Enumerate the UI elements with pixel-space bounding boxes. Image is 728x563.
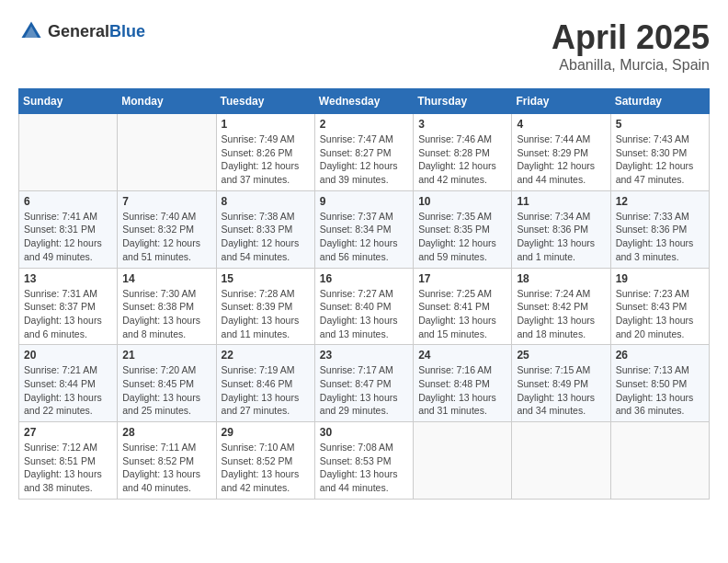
calendar-day-cell: 7Sunrise: 7:40 AM Sunset: 8:32 PM Daylig… bbox=[118, 190, 216, 268]
calendar-day-cell: 6Sunrise: 7:41 AM Sunset: 8:31 PM Daylig… bbox=[19, 190, 118, 268]
day-number: 30 bbox=[320, 426, 408, 439]
day-info: Sunrise: 7:20 AM Sunset: 8:45 PM Dayligh… bbox=[122, 363, 210, 418]
day-info: Sunrise: 7:19 AM Sunset: 8:46 PM Dayligh… bbox=[222, 363, 310, 418]
calendar-day-cell: 5Sunrise: 7:43 AM Sunset: 8:30 PM Daylig… bbox=[610, 114, 709, 191]
logo-icon bbox=[18, 18, 44, 44]
calendar-day-cell: 4Sunrise: 7:44 AM Sunset: 8:29 PM Daylig… bbox=[512, 114, 610, 191]
day-number: 6 bbox=[24, 195, 112, 208]
calendar-day-header: Tuesday bbox=[216, 89, 314, 114]
day-info: Sunrise: 7:44 AM Sunset: 8:29 PM Dayligh… bbox=[517, 132, 605, 187]
day-number: 5 bbox=[616, 118, 704, 131]
day-number: 15 bbox=[222, 272, 310, 285]
calendar-day-cell: 9Sunrise: 7:37 AM Sunset: 8:34 PM Daylig… bbox=[314, 190, 413, 268]
day-number: 17 bbox=[418, 272, 506, 285]
logo: GeneralBlue bbox=[18, 18, 145, 44]
day-info: Sunrise: 7:38 AM Sunset: 8:33 PM Dayligh… bbox=[222, 210, 310, 264]
day-info: Sunrise: 7:08 AM Sunset: 8:53 PM Dayligh… bbox=[320, 441, 408, 495]
calendar-day-cell: 21Sunrise: 7:20 AM Sunset: 8:45 PM Dayli… bbox=[118, 345, 216, 422]
day-number: 11 bbox=[517, 195, 605, 208]
day-info: Sunrise: 7:41 AM Sunset: 8:31 PM Dayligh… bbox=[24, 210, 112, 264]
calendar-day-cell: 8Sunrise: 7:38 AM Sunset: 8:33 PM Daylig… bbox=[216, 190, 314, 268]
day-info: Sunrise: 7:37 AM Sunset: 8:34 PM Dayligh… bbox=[320, 210, 408, 264]
day-number: 27 bbox=[24, 426, 112, 439]
logo-general: General bbox=[48, 22, 109, 40]
location-title: Abanilla, Murcia, Spain bbox=[552, 57, 710, 74]
calendar-day-cell bbox=[610, 422, 709, 500]
calendar-day-cell: 16Sunrise: 7:27 AM Sunset: 8:40 PM Dayli… bbox=[314, 268, 413, 345]
day-number: 3 bbox=[418, 118, 506, 131]
day-info: Sunrise: 7:31 AM Sunset: 8:37 PM Dayligh… bbox=[24, 287, 112, 341]
day-info: Sunrise: 7:10 AM Sunset: 8:52 PM Dayligh… bbox=[222, 441, 310, 495]
day-info: Sunrise: 7:15 AM Sunset: 8:49 PM Dayligh… bbox=[517, 363, 605, 418]
day-number: 29 bbox=[222, 426, 310, 439]
day-info: Sunrise: 7:23 AM Sunset: 8:43 PM Dayligh… bbox=[616, 287, 704, 341]
calendar-body: 1Sunrise: 7:49 AM Sunset: 8:26 PM Daylig… bbox=[19, 114, 710, 500]
day-info: Sunrise: 7:25 AM Sunset: 8:41 PM Dayligh… bbox=[418, 287, 506, 341]
day-info: Sunrise: 7:24 AM Sunset: 8:42 PM Dayligh… bbox=[517, 287, 605, 341]
calendar-day-cell bbox=[118, 114, 216, 191]
calendar-day-cell: 25Sunrise: 7:15 AM Sunset: 8:49 PM Dayli… bbox=[512, 345, 610, 422]
calendar-day-cell bbox=[414, 422, 512, 500]
calendar-day-cell: 28Sunrise: 7:11 AM Sunset: 8:52 PM Dayli… bbox=[118, 422, 216, 500]
calendar-day-cell bbox=[19, 114, 118, 191]
calendar-day-cell bbox=[512, 422, 610, 500]
calendar-day-cell: 17Sunrise: 7:25 AM Sunset: 8:41 PM Dayli… bbox=[414, 268, 512, 345]
calendar-day-header: Saturday bbox=[610, 89, 709, 114]
day-number: 26 bbox=[616, 349, 704, 362]
calendar-day-cell: 29Sunrise: 7:10 AM Sunset: 8:52 PM Dayli… bbox=[216, 422, 314, 500]
calendar-day-cell: 30Sunrise: 7:08 AM Sunset: 8:53 PM Dayli… bbox=[314, 422, 413, 500]
day-info: Sunrise: 7:21 AM Sunset: 8:44 PM Dayligh… bbox=[24, 363, 112, 418]
day-info: Sunrise: 7:47 AM Sunset: 8:27 PM Dayligh… bbox=[320, 132, 408, 187]
calendar-day-cell: 2Sunrise: 7:47 AM Sunset: 8:27 PM Daylig… bbox=[314, 114, 413, 191]
day-info: Sunrise: 7:30 AM Sunset: 8:38 PM Dayligh… bbox=[122, 287, 210, 341]
logo-blue: Blue bbox=[109, 22, 145, 40]
calendar-week-row: 27Sunrise: 7:12 AM Sunset: 8:51 PM Dayli… bbox=[19, 422, 710, 500]
calendar-day-header: Friday bbox=[512, 89, 610, 114]
day-number: 23 bbox=[320, 349, 408, 362]
month-title: April 2025 bbox=[552, 18, 710, 57]
day-info: Sunrise: 7:12 AM Sunset: 8:51 PM Dayligh… bbox=[24, 441, 112, 495]
calendar-day-cell: 19Sunrise: 7:23 AM Sunset: 8:43 PM Dayli… bbox=[610, 268, 709, 345]
day-number: 28 bbox=[122, 426, 210, 439]
day-number: 21 bbox=[122, 349, 210, 362]
calendar-day-header: Wednesday bbox=[314, 89, 413, 114]
calendar-header-row: SundayMondayTuesdayWednesdayThursdayFrid… bbox=[19, 89, 710, 114]
calendar-week-row: 1Sunrise: 7:49 AM Sunset: 8:26 PM Daylig… bbox=[19, 114, 710, 191]
calendar-day-cell: 23Sunrise: 7:17 AM Sunset: 8:47 PM Dayli… bbox=[314, 345, 413, 422]
calendar-day-cell: 22Sunrise: 7:19 AM Sunset: 8:46 PM Dayli… bbox=[216, 345, 314, 422]
page-header: GeneralBlue April 2025 Abanilla, Murcia,… bbox=[18, 18, 710, 74]
day-number: 24 bbox=[418, 349, 506, 362]
calendar-day-cell: 13Sunrise: 7:31 AM Sunset: 8:37 PM Dayli… bbox=[19, 268, 118, 345]
calendar-day-cell: 10Sunrise: 7:35 AM Sunset: 8:35 PM Dayli… bbox=[414, 190, 512, 268]
calendar-day-cell: 27Sunrise: 7:12 AM Sunset: 8:51 PM Dayli… bbox=[19, 422, 118, 500]
day-info: Sunrise: 7:49 AM Sunset: 8:26 PM Dayligh… bbox=[222, 132, 310, 187]
day-info: Sunrise: 7:40 AM Sunset: 8:32 PM Dayligh… bbox=[122, 210, 210, 264]
day-info: Sunrise: 7:16 AM Sunset: 8:48 PM Dayligh… bbox=[418, 363, 506, 418]
day-number: 14 bbox=[122, 272, 210, 285]
day-number: 25 bbox=[517, 349, 605, 362]
day-info: Sunrise: 7:27 AM Sunset: 8:40 PM Dayligh… bbox=[320, 287, 408, 341]
day-number: 20 bbox=[24, 349, 112, 362]
day-info: Sunrise: 7:46 AM Sunset: 8:28 PM Dayligh… bbox=[418, 132, 506, 187]
calendar-day-header: Thursday bbox=[414, 89, 512, 114]
day-info: Sunrise: 7:11 AM Sunset: 8:52 PM Dayligh… bbox=[122, 441, 210, 495]
calendar-day-cell: 14Sunrise: 7:30 AM Sunset: 8:38 PM Dayli… bbox=[118, 268, 216, 345]
calendar-week-row: 13Sunrise: 7:31 AM Sunset: 8:37 PM Dayli… bbox=[19, 268, 710, 345]
day-info: Sunrise: 7:43 AM Sunset: 8:30 PM Dayligh… bbox=[616, 132, 704, 187]
title-area: April 2025 Abanilla, Murcia, Spain bbox=[552, 18, 710, 74]
day-number: 19 bbox=[616, 272, 704, 285]
day-number: 1 bbox=[222, 118, 310, 131]
day-number: 10 bbox=[418, 195, 506, 208]
day-info: Sunrise: 7:34 AM Sunset: 8:36 PM Dayligh… bbox=[517, 210, 605, 264]
day-number: 8 bbox=[222, 195, 310, 208]
day-info: Sunrise: 7:33 AM Sunset: 8:36 PM Dayligh… bbox=[616, 210, 704, 264]
calendar-day-cell: 15Sunrise: 7:28 AM Sunset: 8:39 PM Dayli… bbox=[216, 268, 314, 345]
day-info: Sunrise: 7:28 AM Sunset: 8:39 PM Dayligh… bbox=[222, 287, 310, 341]
calendar-day-cell: 11Sunrise: 7:34 AM Sunset: 8:36 PM Dayli… bbox=[512, 190, 610, 268]
day-number: 7 bbox=[122, 195, 210, 208]
calendar-day-cell: 12Sunrise: 7:33 AM Sunset: 8:36 PM Dayli… bbox=[610, 190, 709, 268]
calendar-day-cell: 26Sunrise: 7:13 AM Sunset: 8:50 PM Dayli… bbox=[610, 345, 709, 422]
day-number: 18 bbox=[517, 272, 605, 285]
day-info: Sunrise: 7:13 AM Sunset: 8:50 PM Dayligh… bbox=[616, 363, 704, 418]
calendar-day-cell: 24Sunrise: 7:16 AM Sunset: 8:48 PM Dayli… bbox=[414, 345, 512, 422]
